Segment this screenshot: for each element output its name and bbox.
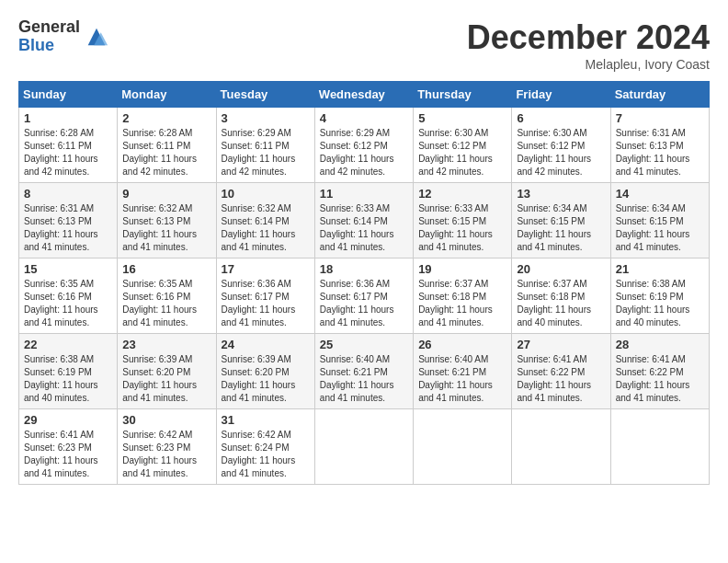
header-thursday: Thursday	[414, 82, 512, 108]
header-friday: Friday	[512, 82, 610, 108]
location: Melapleu, Ivory Coast	[467, 57, 710, 72]
logo: General Blue	[18, 18, 109, 55]
table-row	[610, 409, 709, 485]
table-row: 9Sunrise: 6:32 AMSunset: 6:13 PMDaylight…	[118, 183, 216, 259]
table-row: 1Sunrise: 6:28 AMSunset: 6:11 PMDaylight…	[19, 108, 118, 183]
table-row: 10Sunrise: 6:32 AMSunset: 6:14 PMDayligh…	[216, 183, 314, 259]
table-row: 4Sunrise: 6:29 AMSunset: 6:12 PMDaylight…	[314, 108, 413, 183]
table-row: 11Sunrise: 6:33 AMSunset: 6:14 PMDayligh…	[314, 183, 413, 259]
table-row: 30Sunrise: 6:42 AMSunset: 6:23 PMDayligh…	[118, 409, 216, 485]
table-row: 7Sunrise: 6:31 AMSunset: 6:13 PMDaylight…	[610, 108, 709, 183]
table-row: 13Sunrise: 6:34 AMSunset: 6:15 PMDayligh…	[512, 183, 610, 259]
header-sunday: Sunday	[19, 82, 118, 108]
table-row: 5Sunrise: 6:30 AMSunset: 6:12 PMDaylight…	[414, 108, 512, 183]
table-row: 17Sunrise: 6:36 AMSunset: 6:17 PMDayligh…	[216, 259, 314, 334]
header-tuesday: Tuesday	[216, 82, 314, 108]
table-row: 3Sunrise: 6:29 AMSunset: 6:11 PMDaylight…	[216, 108, 314, 183]
table-row: 25Sunrise: 6:40 AMSunset: 6:21 PMDayligh…	[314, 334, 413, 409]
logo-general: General	[18, 18, 80, 37]
table-row: 22Sunrise: 6:38 AMSunset: 6:19 PMDayligh…	[19, 334, 118, 409]
page-header: General Blue December 2024 Melapleu, Ivo…	[18, 18, 710, 72]
header-monday: Monday	[118, 82, 216, 108]
table-row: 20Sunrise: 6:37 AMSunset: 6:18 PMDayligh…	[512, 259, 610, 334]
logo-blue: Blue	[18, 37, 80, 55]
calendar-header-row: Sunday Monday Tuesday Wednesday Thursday…	[19, 82, 710, 108]
table-row: 6Sunrise: 6:30 AMSunset: 6:12 PMDaylight…	[512, 108, 610, 183]
table-row: 2Sunrise: 6:28 AMSunset: 6:11 PMDaylight…	[118, 108, 216, 183]
table-row: 12Sunrise: 6:33 AMSunset: 6:15 PMDayligh…	[414, 183, 512, 259]
table-row	[314, 409, 413, 485]
table-row: 23Sunrise: 6:39 AMSunset: 6:20 PMDayligh…	[118, 334, 216, 409]
table-row: 18Sunrise: 6:36 AMSunset: 6:17 PMDayligh…	[314, 259, 413, 334]
header-wednesday: Wednesday	[314, 82, 413, 108]
month-title: December 2024	[467, 18, 710, 57]
table-row: 31Sunrise: 6:42 AMSunset: 6:24 PMDayligh…	[216, 409, 314, 485]
table-row: 28Sunrise: 6:41 AMSunset: 6:22 PMDayligh…	[610, 334, 709, 409]
title-section: December 2024 Melapleu, Ivory Coast	[467, 18, 710, 72]
table-row: 27Sunrise: 6:41 AMSunset: 6:22 PMDayligh…	[512, 334, 610, 409]
table-row: 26Sunrise: 6:40 AMSunset: 6:21 PMDayligh…	[414, 334, 512, 409]
header-saturday: Saturday	[610, 82, 709, 108]
table-row: 14Sunrise: 6:34 AMSunset: 6:15 PMDayligh…	[610, 183, 709, 259]
table-row: 24Sunrise: 6:39 AMSunset: 6:20 PMDayligh…	[216, 334, 314, 409]
table-row: 16Sunrise: 6:35 AMSunset: 6:16 PMDayligh…	[118, 259, 216, 334]
table-row	[512, 409, 610, 485]
table-row: 21Sunrise: 6:38 AMSunset: 6:19 PMDayligh…	[610, 259, 709, 334]
table-row: 15Sunrise: 6:35 AMSunset: 6:16 PMDayligh…	[19, 259, 118, 334]
table-row: 29Sunrise: 6:41 AMSunset: 6:23 PMDayligh…	[19, 409, 118, 485]
table-row: 19Sunrise: 6:37 AMSunset: 6:18 PMDayligh…	[414, 259, 512, 334]
table-row	[414, 409, 512, 485]
table-row: 8Sunrise: 6:31 AMSunset: 6:13 PMDaylight…	[19, 183, 118, 259]
logo-icon	[84, 24, 109, 50]
calendar-table: Sunday Monday Tuesday Wednesday Thursday…	[18, 81, 710, 485]
